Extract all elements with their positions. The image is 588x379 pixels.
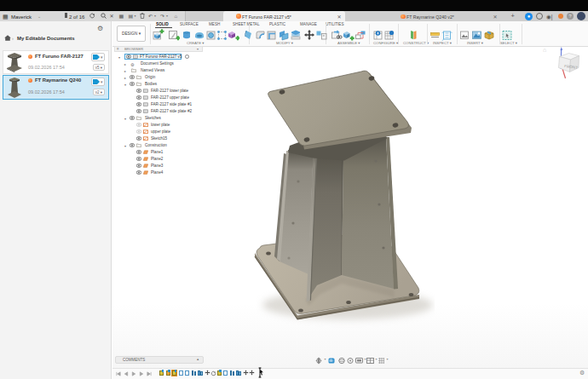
svg-text:⌂: ⌂ xyxy=(543,47,546,53)
